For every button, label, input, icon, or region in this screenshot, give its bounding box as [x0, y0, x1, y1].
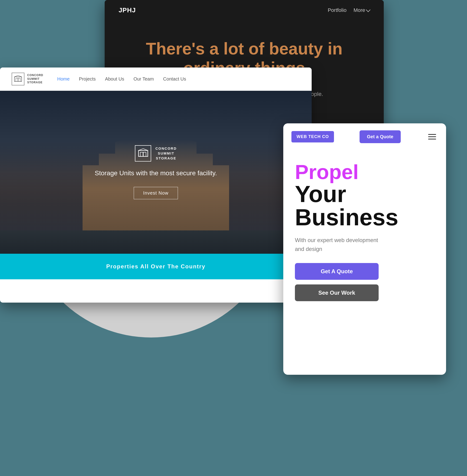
- webtechco-description: With our expert web development and desi…: [295, 236, 388, 254]
- concord-nav-about[interactable]: About Us: [105, 76, 124, 82]
- concord-hero-svg: [138, 148, 148, 159]
- concord-hero-subtitle: Storage Units with the most secure facil…: [95, 168, 217, 177]
- svg-rect-2: [18, 78, 20, 82]
- concord-footer-bar: Properties All Over The Country: [0, 254, 312, 279]
- more-dropdown[interactable]: More: [353, 7, 370, 13]
- concord-footer-text: Properties All Over The Country: [106, 263, 206, 270]
- webtechco-logo[interactable]: WEB TECH CO: [291, 131, 334, 142]
- concord-hero-content: CONCORDSUMMITSTORAGE Storage Units with …: [95, 145, 217, 199]
- svg-rect-1: [16, 78, 18, 82]
- svg-rect-6: [140, 152, 143, 156]
- concord-logo-icon: [12, 73, 25, 85]
- concord-hero-logo-icon: [135, 145, 151, 162]
- hamburger-line-3: [428, 139, 436, 139]
- portfolio-link[interactable]: Portfolio: [328, 7, 347, 13]
- hamburger-menu-button[interactable]: [426, 132, 438, 141]
- concord-navbar: CONCORDSUMMITSTORAGE Home Projects About…: [0, 68, 312, 91]
- see-our-work-button[interactable]: See Our Work: [295, 285, 379, 301]
- your-text: Your: [295, 182, 434, 205]
- invest-now-button[interactable]: Invest Now: [134, 187, 178, 199]
- concord-nav-links: Home Projects About Us Our Team Contact …: [57, 76, 186, 82]
- hamburger-line-2: [428, 136, 436, 137]
- concord-hero-logo-text: CONCORDSUMMITSTORAGE: [155, 146, 177, 161]
- business-text: Business: [295, 205, 434, 229]
- concord-logo-svg: [14, 75, 22, 83]
- webtechco-window: WEB TECH CO Get a Quote Propel Your Busi…: [283, 123, 446, 375]
- concord-hero: CONCORDSUMMITSTORAGE Storage Units with …: [0, 91, 312, 254]
- jphj-navbar: JPHJ Portfolio More: [105, 0, 384, 20]
- concord-hero-logo: CONCORDSUMMITSTORAGE: [135, 145, 177, 162]
- concord-logo: CONCORDSUMMITSTORAGE: [12, 73, 43, 85]
- concord-nav-contact[interactable]: Contact Us: [163, 76, 186, 82]
- webtechco-hero: Propel Your Business With our expert web…: [283, 150, 446, 311]
- svg-rect-7: [143, 152, 146, 156]
- concord-nav-projects[interactable]: Projects: [79, 76, 96, 82]
- more-label: More: [353, 7, 365, 13]
- webtechco-get-quote-nav-button[interactable]: Get a Quote: [360, 130, 401, 143]
- concord-logo-text: CONCORDSUMMITSTORAGE: [27, 74, 43, 84]
- hamburger-line-1: [428, 134, 436, 135]
- concord-window: CONCORDSUMMITSTORAGE Home Projects About…: [0, 68, 312, 303]
- jphj-nav-links: Portfolio More: [328, 7, 370, 13]
- get-a-quote-button[interactable]: Get A Quote: [295, 263, 379, 280]
- propel-text: Propel: [295, 162, 434, 182]
- webtechco-navbar: WEB TECH CO Get a Quote: [283, 123, 446, 150]
- concord-nav-home[interactable]: Home: [57, 76, 70, 82]
- concord-nav-team[interactable]: Our Team: [133, 76, 154, 82]
- jphj-logo: JPHJ: [119, 7, 136, 14]
- chevron-down-icon: [366, 7, 370, 12]
